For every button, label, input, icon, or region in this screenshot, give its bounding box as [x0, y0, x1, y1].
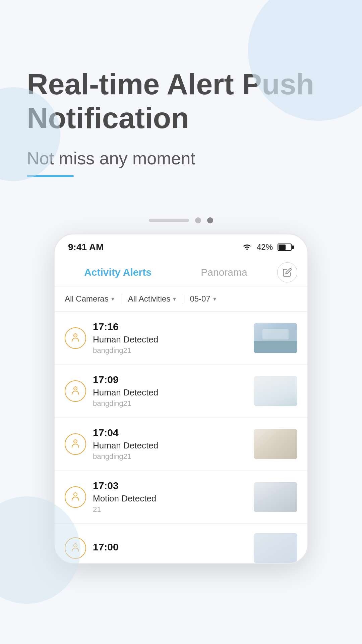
svg-point-8 [77, 498, 79, 499]
filter-divider-2 [183, 294, 183, 304]
activity-time: 17:04 [93, 427, 247, 438]
activity-type: Human Detected [93, 440, 247, 451]
phone-mockup: 9:41 AM 42% [54, 233, 308, 564]
edit-button[interactable] [277, 262, 297, 282]
activity-time: 17:03 [93, 480, 247, 491]
chevron-down-icon-3: ▾ [213, 295, 216, 303]
activity-thumbnail [254, 533, 297, 563]
activity-info: 17:09 Human Detected bangding21 [93, 374, 247, 408]
filter-cameras[interactable]: All Cameras ▾ [65, 294, 114, 304]
activity-thumbnail [254, 323, 297, 353]
activity-camera: 21 [93, 505, 247, 514]
hero-subtitle: Not miss any moment [27, 148, 335, 168]
human-detect-icon-wrap [65, 433, 86, 455]
motion-detect-icon-wrap [65, 486, 86, 508]
tab-bar: Activity Alerts Panorama [55, 259, 307, 286]
activity-info: 17:03 Motion Detected 21 [93, 480, 247, 514]
activity-list: 17:16 Human Detected bangding21 [55, 312, 307, 563]
status-icons: 42% [242, 243, 294, 252]
battery-percentage: 42% [257, 243, 273, 252]
status-time: 9:41 AM [68, 242, 104, 253]
status-bar: 9:41 AM 42% [55, 234, 307, 259]
tab-panorama[interactable]: Panorama [171, 262, 277, 283]
pagination-area [0, 217, 362, 223]
activity-time: 17:00 [93, 541, 247, 553]
filter-date[interactable]: 05-07 ▾ [190, 294, 216, 304]
activity-info: 17:04 Human Detected bangding21 [93, 427, 247, 461]
activity-type: Human Detected [93, 387, 247, 398]
pagination-bar [149, 219, 189, 222]
pagination-dot-2[interactable] [207, 217, 213, 223]
activity-type: Human Detected [93, 334, 247, 345]
tab-activity-alerts[interactable]: Activity Alerts [65, 262, 171, 283]
activity-item[interactable]: 17:16 Human Detected bangding21 [55, 312, 307, 365]
svg-point-3 [74, 387, 76, 389]
svg-point-6 [74, 493, 77, 496]
activity-time: 17:16 [93, 321, 247, 332]
filter-activities-label: All Activities [128, 294, 171, 304]
pagination-dot-1[interactable] [195, 217, 201, 223]
activity-thumbnail [254, 482, 297, 512]
activity-camera: bangding21 [93, 399, 247, 408]
wifi-icon [242, 243, 252, 252]
activity-camera: bangding21 [93, 452, 247, 461]
filter-cameras-label: All Cameras [65, 294, 109, 304]
activity-camera: bangding21 [93, 346, 247, 355]
filter-activities[interactable]: All Activities ▾ [128, 294, 176, 304]
activity-type: Motion Detected [93, 493, 247, 504]
activity-item[interactable]: 17:09 Human Detected bangding21 [55, 365, 307, 418]
human-detect-icon-wrap [65, 380, 86, 402]
chevron-down-icon-2: ▾ [173, 295, 176, 303]
filter-divider-1 [121, 294, 121, 304]
svg-point-1 [74, 334, 76, 336]
filter-bar: All Cameras ▾ All Activities ▾ 05-07 ▾ [55, 286, 307, 312]
activity-thumbnail [254, 376, 297, 406]
human-detect-icon-wrap [65, 327, 86, 349]
activity-info: 17:00 [93, 541, 247, 555]
activity-item[interactable]: 17:04 Human Detected bangding21 [55, 418, 307, 471]
svg-point-7 [72, 498, 73, 499]
activity-thumbnail [254, 429, 297, 459]
svg-point-5 [74, 440, 76, 442]
chevron-down-icon: ▾ [111, 295, 114, 303]
activity-item[interactable]: 17:03 Motion Detected 21 [55, 471, 307, 524]
activity-item-partial[interactable]: 17:00 [55, 524, 307, 563]
filter-date-label: 05-07 [190, 294, 210, 304]
battery-icon [278, 244, 294, 251]
activity-info: 17:16 Human Detected bangding21 [93, 321, 247, 355]
activity-time: 17:09 [93, 374, 247, 385]
